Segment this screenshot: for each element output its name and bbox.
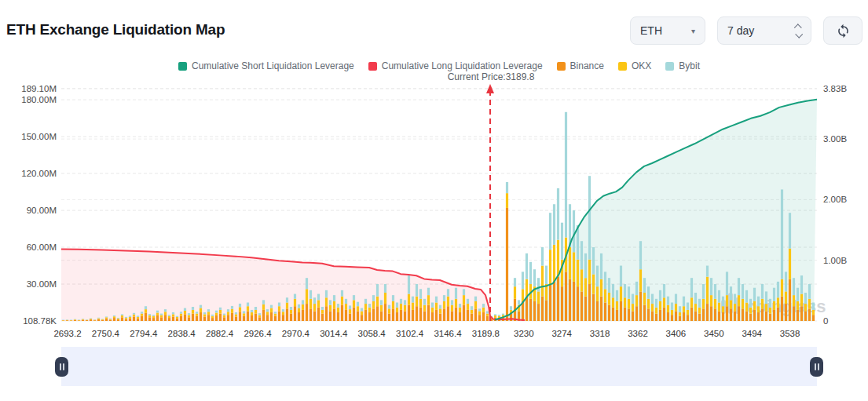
liquidation-bar-binance <box>584 297 587 321</box>
liquidation-bar-okx <box>258 315 261 317</box>
liquidation-bar-binance <box>463 305 465 321</box>
liquidation-bar-binance <box>184 314 186 321</box>
liquidation-bar-binance <box>569 279 571 321</box>
liquidation-bar-binance <box>404 311 406 321</box>
liquidation-bar-okx <box>168 316 170 318</box>
liquidation-bar-bybit <box>643 278 646 293</box>
liquidation-bar-bybit <box>404 300 406 304</box>
liquidation-bar-okx <box>74 319 76 320</box>
liquidation-bar-bybit <box>266 309 269 312</box>
liquidation-bar-bybit <box>592 247 595 274</box>
liquidation-bar-bybit <box>160 314 163 315</box>
liquidation-bar-binance <box>416 306 418 321</box>
liquidation-bar-okx <box>86 320 88 321</box>
liquidation-bar-okx <box>808 299 811 309</box>
period-select[interactable]: 7 day <box>717 16 811 45</box>
liquidation-bar-binance <box>388 314 390 321</box>
liquidation-bar-bybit <box>278 303 280 307</box>
legend-label: Cumulative Long Liquidation Leverage <box>382 60 543 71</box>
liquidation-bar-binance <box>349 314 351 321</box>
refresh-button[interactable] <box>823 16 863 45</box>
liquidation-bar-bybit <box>419 289 422 299</box>
liquidation-bar-bybit <box>604 272 606 289</box>
legend-item-3[interactable]: OKX <box>618 60 651 71</box>
legend-swatch-icon <box>618 62 627 71</box>
liquidation-bar-okx <box>235 314 237 316</box>
liquidation-bar-okx <box>380 305 383 312</box>
liquidation-bar-bybit <box>635 282 638 295</box>
liquidation-bar-bybit <box>545 266 548 284</box>
left-axis-label: 90.00M <box>27 206 57 215</box>
legend-item-0[interactable]: Cumulative Short Liquidation Leverage <box>178 60 354 71</box>
liquidation-bar-bybit <box>78 319 80 320</box>
liquidation-bar-binance <box>243 316 245 321</box>
liquidation-bar-binance <box>133 317 135 321</box>
liquidation-bar-bybit <box>800 275 803 293</box>
liquidation-bar-binance <box>137 319 139 321</box>
liquidation-bar-okx <box>694 304 697 311</box>
liquidation-bar-binance <box>659 310 661 321</box>
liquidation-bar-bybit <box>255 307 257 310</box>
liquidation-bar-bybit <box>526 253 528 279</box>
liquidation-bar-okx <box>231 309 233 313</box>
x-axis-label: 3146.4 <box>434 329 462 338</box>
liquidation-bar-okx <box>789 249 791 279</box>
liquidation-bar-bybit <box>129 315 131 317</box>
liquidation-bar-okx <box>537 291 540 304</box>
liquidation-bar-bybit <box>777 282 779 297</box>
liquidation-bar-bybit <box>702 284 705 299</box>
liquidation-bar-binance <box>671 315 673 321</box>
liquidation-bar-binance <box>557 277 559 321</box>
symbol-select[interactable]: ETH ▾ <box>630 16 705 45</box>
liquidation-bar-okx <box>302 304 304 310</box>
liquidation-bar-bybit <box>529 262 532 284</box>
liquidation-bar-okx <box>376 297 379 307</box>
liquidation-bar-bybit <box>478 308 481 311</box>
liquidation-bar-okx <box>101 319 104 320</box>
liquidation-bar-binance <box>113 318 115 321</box>
liquidation-bar-binance <box>647 308 650 321</box>
liquidation-bar-okx <box>632 304 634 311</box>
liquidation-bar-binance <box>604 303 606 321</box>
range-slider-right-handle[interactable] <box>810 357 823 377</box>
liquidation-bar-okx <box>353 300 355 307</box>
liquidation-bar-bybit <box>655 299 657 308</box>
liquidation-bar-okx <box>203 314 206 316</box>
legend-swatch-icon <box>368 62 377 71</box>
liquidation-bar-bybit <box>408 275 410 293</box>
liquidation-bar-okx <box>647 299 650 309</box>
liquidation-bar-bybit <box>561 223 563 260</box>
liquidation-bar-bybit <box>337 304 339 308</box>
x-axis-label: 3318 <box>590 329 610 338</box>
liquidation-bar-okx <box>384 293 386 304</box>
liquidation-bar-bybit <box>486 311 489 313</box>
liquidation-bar-binance <box>698 314 701 321</box>
liquidation-bar-okx <box>416 297 418 307</box>
liquidation-bar-okx <box>298 308 300 312</box>
liquidation-bar-okx <box>620 286 622 301</box>
range-slider-left-handle[interactable] <box>55 357 68 377</box>
legend-item-4[interactable]: Bybit <box>665 60 700 71</box>
range-slider-track[interactable] <box>61 347 817 386</box>
liquidation-bar-bybit <box>62 320 64 321</box>
liquidation-bar-binance <box>624 308 626 321</box>
liquidation-bar-binance <box>105 319 108 321</box>
liquidation-bar-bybit <box>172 312 174 314</box>
liquidation-bar-okx <box>687 310 689 315</box>
x-axis-label: 3538 <box>780 329 800 338</box>
legend-item-1[interactable]: Cumulative Long Liquidation Leverage <box>368 60 543 71</box>
liquidation-bar-bybit <box>745 290 748 303</box>
liquidation-bar-okx <box>726 295 728 306</box>
x-axis-label: 2970.4 <box>282 329 310 338</box>
liquidation-bar-binance <box>785 304 787 321</box>
left-axis-label: 150.00M <box>21 132 57 141</box>
legend-item-2[interactable]: Binance <box>557 60 604 71</box>
liquidation-bar-binance <box>635 306 638 321</box>
liquidation-bar-okx <box>200 308 202 312</box>
liquidation-bar-bybit <box>298 304 300 308</box>
liquidation-bar-binance <box>156 315 159 321</box>
liquidation-bar-bybit <box>258 313 261 315</box>
liquidation-bar-okx <box>247 306 249 311</box>
liquidation-bar-okx <box>278 306 280 311</box>
liquidation-bar-binance <box>90 319 92 321</box>
